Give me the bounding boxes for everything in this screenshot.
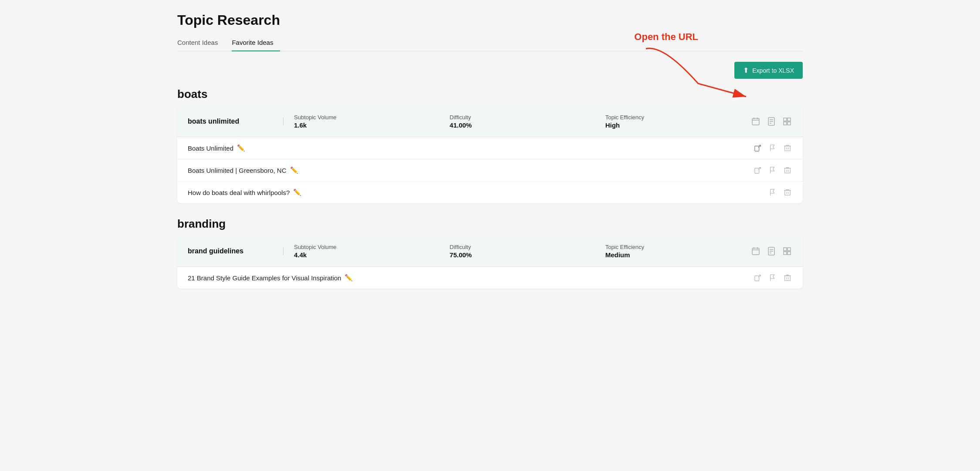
export-label: Export to XLSX: [752, 67, 794, 74]
metric-efficiency-branding: Topic Efficiency Medium: [595, 244, 750, 259]
header-actions-branding: [750, 246, 792, 256]
document-icon-boats[interactable]: [766, 116, 777, 127]
grid-icon-branding[interactable]: [782, 246, 792, 256]
svg-rect-18: [755, 168, 759, 174]
row-brand-style-guide: 21 Brand Style Guide Examples for Visual…: [177, 267, 803, 289]
metric-value-sv-boats: 1.6k: [294, 121, 439, 129]
delete-button-brand-style-guide[interactable]: [783, 273, 792, 283]
row-title-boats-whirlpools: How do boats deal with whirlpools? ✏️: [188, 188, 764, 196]
calendar-icon-boats[interactable]: [750, 116, 761, 127]
open-url-button-boats-greensboro[interactable]: [753, 165, 763, 175]
delete-button-boats-whirlpools[interactable]: [783, 188, 792, 197]
row-boats-unlimited: Boats Unlimited ✏️: [177, 137, 803, 159]
row-actions-boats-unlimited: [753, 143, 792, 153]
export-button[interactable]: ⬆ Export to XLSX: [734, 62, 803, 79]
toolbar: Open the URL ⬆ Export to XLSX: [177, 62, 803, 79]
grid-icon-boats[interactable]: [782, 116, 792, 127]
header-actions-boats: [750, 116, 792, 127]
page-container: Topic Research Content Ideas Favorite Id…: [163, 0, 817, 471]
svg-rect-10: [787, 118, 791, 121]
page-title: Topic Research: [177, 12, 803, 28]
topic-name-branding: brand guidelines: [188, 247, 284, 255]
svg-rect-19: [785, 168, 791, 173]
metric-label-eff-branding: Topic Efficiency: [605, 244, 750, 250]
card-boats: boats unlimited Subtopic Volume 1.6k Dif…: [177, 106, 803, 203]
edit-icon-boats-greensboro[interactable]: ✏️: [290, 166, 298, 174]
row-actions-brand-style-guide: [753, 273, 792, 283]
svg-rect-35: [784, 248, 787, 251]
row-boats-greensboro: Boats Unlimited | Greensboro, NC ✏️: [177, 159, 803, 182]
section-title-boats: boats: [177, 87, 803, 101]
flag-button-brand-style-guide[interactable]: [768, 273, 777, 283]
svg-rect-38: [787, 252, 791, 255]
tabs-bar: Content Ideas Favorite Ideas: [177, 35, 803, 51]
row-boats-whirlpools: How do boats deal with whirlpools? ✏️: [177, 182, 803, 203]
calendar-icon-branding[interactable]: [750, 246, 761, 256]
metric-value-diff-boats: 41.00%: [449, 121, 595, 129]
edit-icon-brand-style-guide[interactable]: ✏️: [345, 274, 353, 282]
flag-button-boats-greensboro[interactable]: [768, 165, 777, 175]
metric-value-sv-branding: 4.4k: [294, 251, 439, 259]
tab-content-ideas[interactable]: Content Ideas: [177, 35, 225, 51]
metric-difficulty-boats: Difficulty 41.00%: [439, 114, 595, 129]
card-header-boats: boats unlimited Subtopic Volume 1.6k Dif…: [177, 106, 803, 137]
svg-rect-1: [752, 118, 759, 125]
metric-difficulty-branding: Difficulty 75.00%: [439, 244, 595, 259]
tab-favorite-ideas[interactable]: Favorite Ideas: [232, 35, 280, 51]
svg-rect-23: [785, 191, 791, 195]
svg-rect-27: [752, 248, 759, 255]
svg-rect-36: [787, 248, 791, 251]
metric-label-diff-branding: Difficulty: [449, 244, 595, 250]
svg-rect-14: [785, 146, 791, 151]
metric-subtopic-volume-boats: Subtopic Volume 1.6k: [284, 114, 439, 129]
row-actions-boats-greensboro: [753, 165, 792, 175]
open-url-button-boats-unlimited[interactable]: [753, 143, 763, 153]
open-url-button-brand-style-guide[interactable]: [753, 273, 763, 283]
row-actions-boats-whirlpools: [768, 188, 792, 197]
svg-rect-9: [784, 118, 787, 121]
metric-value-eff-boats: High: [605, 121, 750, 129]
delete-button-boats-greensboro[interactable]: [783, 165, 792, 175]
row-title-boats-greensboro: Boats Unlimited | Greensboro, NC ✏️: [188, 166, 750, 174]
metric-value-diff-branding: 75.00%: [449, 251, 595, 259]
svg-rect-39: [755, 276, 759, 281]
row-title-brand-style-guide: 21 Brand Style Guide Examples for Visual…: [188, 274, 750, 282]
section-boats: boats boats unlimited Subtopic Volume 1.…: [177, 87, 803, 203]
metric-value-eff-branding: Medium: [605, 251, 750, 259]
document-icon-branding[interactable]: [766, 246, 777, 256]
metric-subtopic-volume-branding: Subtopic Volume 4.4k: [284, 244, 439, 259]
section-title-branding: branding: [177, 217, 803, 231]
metric-label-eff-boats: Topic Efficiency: [605, 114, 750, 121]
flag-button-boats-whirlpools[interactable]: [768, 188, 777, 197]
edit-icon-boats-unlimited[interactable]: ✏️: [237, 144, 245, 152]
metric-label-sv-branding: Subtopic Volume: [294, 244, 439, 250]
flag-button-boats-unlimited[interactable]: [768, 143, 777, 153]
card-branding: brand guidelines Subtopic Volume 4.4k Di…: [177, 236, 803, 289]
section-branding: branding brand guidelines Subtopic Volum…: [177, 217, 803, 289]
svg-rect-12: [787, 122, 791, 125]
metric-label-sv-boats: Subtopic Volume: [294, 114, 439, 121]
card-header-branding: brand guidelines Subtopic Volume 4.4k Di…: [177, 236, 803, 267]
edit-icon-boats-whirlpools[interactable]: ✏️: [293, 188, 301, 196]
upload-icon: ⬆: [743, 66, 749, 74]
topic-name-boats: boats unlimited: [188, 118, 284, 125]
svg-rect-40: [785, 276, 791, 281]
row-title-boats-unlimited: Boats Unlimited ✏️: [188, 144, 750, 152]
svg-rect-11: [784, 122, 787, 125]
delete-button-boats-unlimited[interactable]: [783, 143, 792, 153]
svg-rect-13: [755, 146, 759, 151]
metric-label-diff-boats: Difficulty: [449, 114, 595, 121]
metric-efficiency-boats: Topic Efficiency High: [595, 114, 750, 129]
svg-rect-37: [784, 252, 787, 255]
